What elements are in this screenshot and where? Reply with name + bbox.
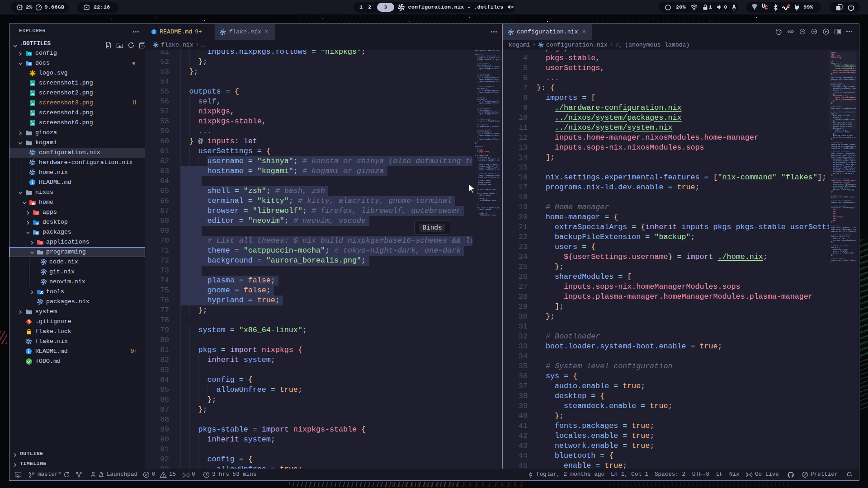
svg-text:f: f (616, 42, 619, 48)
svg-text:x: x (619, 45, 621, 48)
